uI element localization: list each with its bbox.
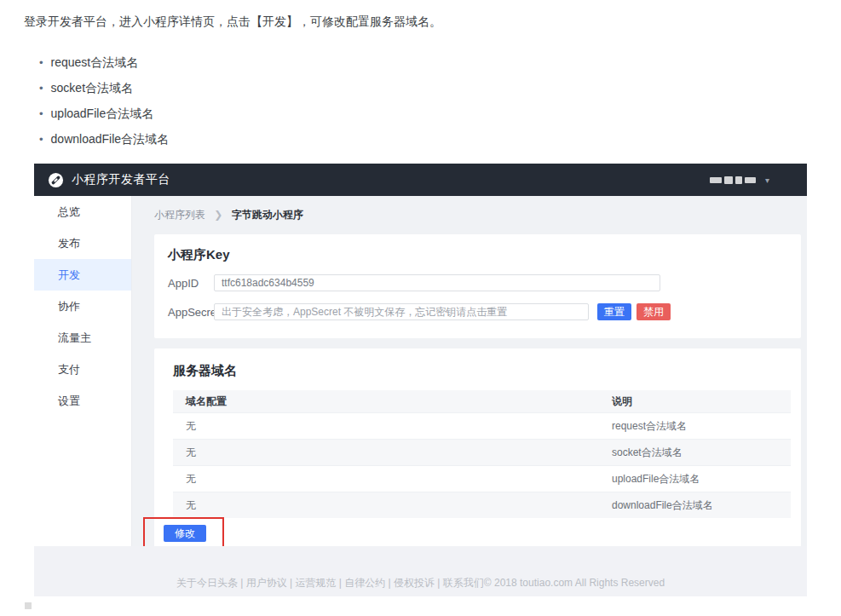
cell-desc: request合法域名 [612,419,791,434]
server-domain-card: 服务器域名 域名配置 说明 无 request合法域名 无 socket合法域 [154,348,801,546]
miniapp-key-card: 小程序Key AppID AppSecret 重置 禁用 [154,234,801,338]
breadcrumb-parent[interactable]: 小程序列表 [154,209,205,221]
list-item: •request合法域名 [39,49,169,75]
app-body: 总览 发布 开发 协作 流量主 支付 设置 小程序列表 ❯ 字节跳动小程序 小程… [34,196,807,546]
cell-config: 无 [173,498,612,513]
user-redacted-name [745,177,756,183]
modify-domain-button[interactable]: 修改 [164,525,206,542]
sidebar-item-collaborate[interactable]: 协作 [34,291,131,322]
user-redacted-name [735,176,742,184]
appsecret-field[interactable] [214,303,589,320]
cell-desc: uploadFile合法域名 [612,472,791,486]
bullet-label: uploadFile合法域名 [51,107,154,120]
bullet-icon: • [39,133,43,146]
sidebar: 总览 发布 开发 协作 流量主 支付 设置 [34,196,132,546]
list-item: •uploadFile合法域名 [39,101,169,126]
doc-bullet-list: •request合法域名 •socket合法域名 •uploadFile合法域名… [39,49,169,152]
bullet-label: request合法域名 [51,55,139,69]
bullet-icon: • [39,56,43,69]
domain-card-title: 服务器域名 [173,362,791,379]
table-row: 无 downloadFile合法域名 [173,492,791,518]
table-header-row: 域名配置 说明 [173,390,791,412]
doc-intro-text: 登录开发者平台，进入小程序详情页，点击【开发】，可修改配置服务器域名。 [24,13,441,30]
appid-label: AppID [168,277,214,290]
appsecret-row: AppSecret 重置 禁用 [168,303,787,320]
app-header: 小程序开发者平台 ▾ [34,164,807,196]
sidebar-item-traffic[interactable]: 流量主 [34,322,131,354]
column-header-config: 域名配置 [173,394,612,409]
miniapp-logo-icon [48,172,64,188]
bullet-icon: • [39,107,43,120]
chevron-down-icon: ▾ [765,176,769,185]
app-title: 小程序开发者平台 [72,172,170,187]
cell-config: 无 [173,419,612,434]
platform-screenshot: 小程序开发者平台 ▾ 总览 发布 开发 协作 流量主 支付 设置 [34,164,807,596]
list-item: •socket合法域名 [39,75,169,101]
cell-desc: socket合法域名 [612,446,791,460]
table-row: 无 uploadFile合法域名 [173,465,791,492]
breadcrumb-separator-icon: ❯ [214,209,222,221]
user-redacted-name [724,176,733,184]
user-menu[interactable]: ▾ [710,176,769,185]
breadcrumb-current: 字节跳动小程序 [232,209,303,221]
bullet-label: socket合法域名 [51,81,133,95]
sidebar-item-payment[interactable]: 支付 [34,354,131,385]
appid-field[interactable] [214,274,660,291]
bullet-label: downloadFile合法域名 [51,132,170,146]
breadcrumb: 小程序列表 ❯ 字节跳动小程序 [154,208,801,222]
cell-desc: downloadFile合法域名 [612,498,791,513]
reset-secret-button[interactable]: 重置 [597,303,631,320]
table-row: 无 socket合法域名 [173,439,791,465]
appsecret-label: AppSecret [168,306,214,319]
resize-handle-artifact [25,602,32,609]
domain-table: 域名配置 说明 无 request合法域名 无 socket合法域名 无 [173,390,791,518]
app-footer: 关于今日头条 | 用户协议 | 运营规范 | 自律公约 | 侵权投诉 | 联系我… [34,546,807,596]
cell-config: 无 [173,446,612,460]
bullet-icon: • [39,82,43,95]
main-content: 小程序列表 ❯ 字节跳动小程序 小程序Key AppID AppSecret 重… [132,196,807,546]
key-card-title: 小程序Key [168,246,787,263]
sidebar-item-publish[interactable]: 发布 [34,227,131,259]
table-row: 无 request合法域名 [173,412,791,439]
appid-row: AppID [168,274,787,291]
sidebar-item-develop[interactable]: 开发 [34,259,131,291]
sidebar-item-overview[interactable]: 总览 [34,196,131,227]
page: 登录开发者平台，进入小程序详情页，点击【开发】，可修改配置服务器域名。 •req… [0,0,841,616]
user-redacted-name [710,177,722,183]
disable-secret-button[interactable]: 禁用 [637,303,671,320]
list-item: •downloadFile合法域名 [39,126,169,152]
cell-config: 无 [173,472,612,486]
sidebar-item-settings[interactable]: 设置 [34,385,131,417]
column-header-desc: 说明 [612,394,791,409]
